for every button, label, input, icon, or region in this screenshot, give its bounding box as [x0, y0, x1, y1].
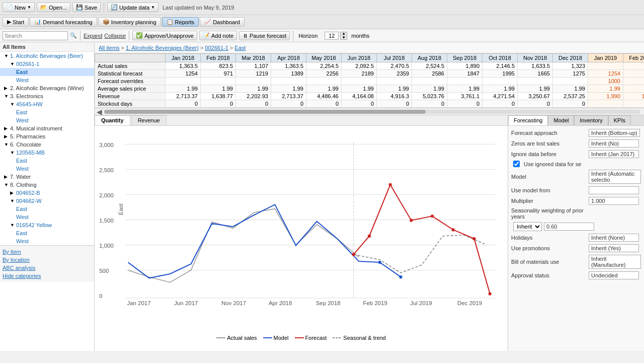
- tree-toggle-cat1[interactable]: ▼: [4, 53, 9, 58]
- tab-revenue[interactable]: Revenue: [131, 115, 167, 125]
- cell-future-1[interactable]: 1.99: [623, 85, 645, 93]
- tree-toggle-004662[interactable]: ▼: [10, 198, 15, 203]
- horizon-spinner[interactable]: ▲▼: [340, 32, 347, 40]
- value-model[interactable]: Inherit (Automatic selectio: [589, 170, 641, 184]
- search-button[interactable]: 🔍: [70, 32, 77, 39]
- sidebar-item-004662[interactable]: ▼ 004662-W: [0, 197, 94, 205]
- value-bom[interactable]: Inherit (Manufacture): [589, 255, 641, 269]
- new-button[interactable]: 📄 New ▼: [3, 3, 35, 12]
- cell-future-1[interactable]: [623, 100, 645, 108]
- tree-toggle-004652[interactable]: ▶: [10, 190, 15, 195]
- sidebar-item-cat4[interactable]: ▶ 4. Musical instrument: [0, 124, 94, 132]
- tab-model[interactable]: Model: [548, 115, 574, 125]
- search-action-bar: 🔍 Expand Collapse ✅ Approve/Unapprove 📝 …: [0, 29, 644, 42]
- tab-inventory[interactable]: Inventory: [574, 115, 608, 125]
- expand-collapse-area: Expand Collapse: [84, 33, 126, 39]
- tree-toggle-cat4[interactable]: ▶: [4, 126, 9, 131]
- tree-toggle-016542[interactable]: ▼: [10, 223, 15, 228]
- sidebar-item-cat3[interactable]: ▼ 3. Electronics: [0, 92, 94, 100]
- breadcrumb-all-items[interactable]: All items: [99, 45, 120, 51]
- panel-content: Forecast approach Inherit (Bottom-up) Ze…: [508, 126, 644, 285]
- breadcrumb-item[interactable]: 002661-1: [205, 45, 228, 51]
- sidebar-item-002661[interactable]: ▼ 002661-1: [0, 60, 94, 68]
- cell-future-0[interactable]: [588, 100, 623, 108]
- by-location-link[interactable]: By location: [3, 256, 92, 264]
- sidebar-item-120565[interactable]: ▼ 120565-MB: [0, 149, 94, 157]
- checkbox-use-ignored[interactable]: [513, 161, 520, 167]
- scroll-left-button[interactable]: ◀: [97, 108, 102, 116]
- tab-quantity[interactable]: Quantity: [95, 115, 130, 125]
- tree-toggle-45645[interactable]: ▼: [10, 102, 15, 107]
- update-data-button[interactable]: 🔄 Update data ▼: [107, 3, 158, 12]
- tree-toggle-cat6[interactable]: ▼: [4, 142, 9, 147]
- sidebar-item-cat7[interactable]: ▶ 7. Water: [0, 173, 94, 181]
- tab-kpis[interactable]: KPIs: [608, 115, 631, 125]
- sidebar-item-east3[interactable]: East: [0, 157, 94, 165]
- breadcrumb-cat1[interactable]: 1. Alcoholic Beverages (Beer): [126, 45, 199, 51]
- select-seasonality[interactable]: Inherit: [513, 222, 542, 231]
- sidebar-item-west1[interactable]: West: [0, 76, 94, 84]
- save-button[interactable]: 💾 Save: [72, 3, 101, 12]
- horizon-input[interactable]: [325, 32, 339, 40]
- expand-button[interactable]: Expand: [84, 33, 102, 39]
- add-note-button[interactable]: 📝 Add note: [199, 31, 237, 40]
- sidebar-item-016542[interactable]: ▼ 016542 Yellow: [0, 221, 94, 229]
- open-button[interactable]: 📂 Open...: [37, 3, 70, 12]
- value-forecast-approach[interactable]: Inherit (Bottom-up): [589, 129, 640, 137]
- sidebar-item-west3[interactable]: West: [0, 165, 94, 173]
- value-holidays[interactable]: Inherit (None): [589, 234, 639, 242]
- sidebar-item-east2[interactable]: East: [0, 108, 94, 116]
- cell-future-1[interactable]: 1,791: [623, 93, 645, 100]
- cell-future-0[interactable]: 1.99: [588, 85, 623, 93]
- cell-future-0[interactable]: [588, 62, 623, 70]
- reports-button[interactable]: 📋 Reports: [162, 17, 199, 27]
- approve-unapprove-button[interactable]: ✅ Approve/Unapprove: [132, 31, 197, 40]
- cell-future-0[interactable]: 1254: [588, 70, 623, 78]
- cell-future-1[interactable]: 971: [623, 70, 645, 78]
- sidebar-item-west4[interactable]: West: [0, 213, 94, 221]
- sidebar-item-east1[interactable]: East: [0, 68, 94, 76]
- search-input[interactable]: [3, 31, 68, 40]
- sidebar-item-east4[interactable]: East: [0, 205, 94, 213]
- pause-forecast-button[interactable]: ⏸ Pause forecast: [239, 31, 290, 40]
- tree-toggle-cat3[interactable]: ▼: [4, 94, 9, 99]
- cell-future-1[interactable]: 900: [623, 78, 645, 85]
- sidebar-item-west2[interactable]: West: [0, 116, 94, 124]
- breadcrumb-location[interactable]: East: [234, 45, 246, 51]
- inventory-planning-button[interactable]: 📦 Inventory planning: [98, 17, 161, 27]
- start-button[interactable]: ▶ Start: [3, 17, 29, 27]
- sidebar-item-west5[interactable]: West: [0, 237, 94, 245]
- sidebar-item-45645[interactable]: ▼ 45645-HW: [0, 100, 94, 108]
- sidebar-item-cat5[interactable]: ▶ 5. Pharmacies: [0, 132, 94, 140]
- hide-categories-link[interactable]: Hide categories: [3, 272, 92, 280]
- input-use-model-from[interactable]: [589, 186, 639, 194]
- value-zeros[interactable]: Inherit (No): [589, 139, 639, 148]
- sidebar-item-cat1[interactable]: ▼ 1. Alcoholic Beverages (Beer): [0, 52, 94, 60]
- sidebar-item-cat8[interactable]: ▼ 8. Clothing: [0, 181, 94, 189]
- value-ignore-before[interactable]: Inherit (Jan 2017): [589, 150, 639, 158]
- cell-future-1[interactable]: [623, 62, 645, 70]
- tree-toggle-002661[interactable]: ▼: [10, 61, 15, 66]
- tab-forecasting[interactable]: Forecasting: [508, 115, 548, 125]
- cell-future-0[interactable]: 1000: [588, 78, 623, 85]
- tree-toggle-120565[interactable]: ▼: [10, 150, 15, 155]
- dashboard-button[interactable]: 📈 Dashboard: [200, 17, 245, 27]
- tree-toggle-cat7[interactable]: ▶: [4, 174, 9, 179]
- sidebar-item-004652[interactable]: ▶ 004652-B: [0, 189, 94, 197]
- input-seasonality-value[interactable]: [544, 223, 594, 231]
- sidebar-item-cat6[interactable]: ▼ 6. Chocolate: [0, 140, 94, 149]
- sidebar-item-cat2[interactable]: ▶ 2. Alcoholic Beverages (Wine): [0, 84, 94, 92]
- demand-forecasting-button[interactable]: 📊 Demand forecasting: [30, 17, 97, 27]
- tree-toggle-cat2[interactable]: ▶: [4, 86, 9, 91]
- input-multiplier[interactable]: [589, 197, 639, 205]
- cell-future-0[interactable]: 1,990: [588, 93, 623, 100]
- by-item-link[interactable]: By item: [3, 248, 92, 256]
- value-promotions[interactable]: Inherit (Yes): [589, 244, 639, 252]
- tree-toggle-cat5[interactable]: ▶: [4, 134, 9, 139]
- cell-past-0: [166, 78, 201, 85]
- sidebar-item-east5[interactable]: East: [0, 229, 94, 237]
- value-approval[interactable]: Undecided: [589, 271, 639, 279]
- collapse-button[interactable]: Collapse: [104, 33, 126, 39]
- abc-analysis-link[interactable]: ABC analysis: [3, 264, 92, 272]
- tree-toggle-cat8[interactable]: ▼: [4, 182, 9, 187]
